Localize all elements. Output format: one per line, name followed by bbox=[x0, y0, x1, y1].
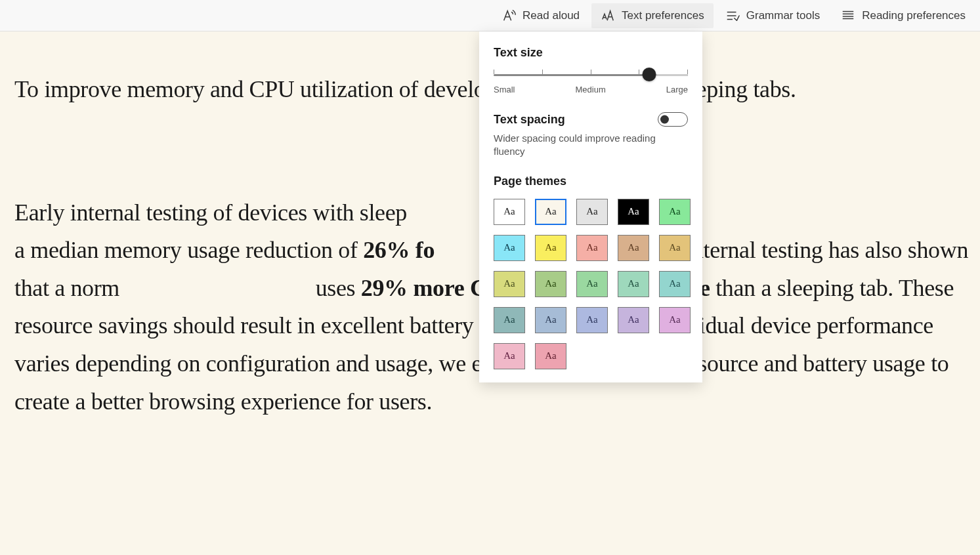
text-spacing-heading: Text spacing bbox=[494, 113, 565, 127]
reader-toolbar: Read aloud Text preferences Grammar tool… bbox=[0, 0, 980, 31]
theme-swatch[interactable]: Aa bbox=[618, 271, 649, 297]
theme-swatch[interactable]: Aa bbox=[659, 235, 691, 261]
text-spacing-description: Wider spacing could improve reading flue… bbox=[494, 132, 688, 159]
theme-swatch[interactable]: Aa bbox=[576, 271, 608, 297]
text-preferences-button[interactable]: Text preferences bbox=[591, 3, 714, 28]
text-preferences-panel: Text size Small Medium Large Text spacin… bbox=[479, 31, 702, 382]
theme-swatch[interactable]: Aa bbox=[535, 343, 566, 369]
read-aloud-button[interactable]: Read aloud bbox=[492, 3, 589, 28]
theme-swatch[interactable]: Aa bbox=[576, 235, 608, 261]
slider-label-medium: Medium bbox=[576, 85, 606, 94]
theme-swatch[interactable]: Aa bbox=[535, 235, 566, 261]
grammar-tools-label: Grammar tools bbox=[746, 9, 820, 22]
text-size-heading: Text size bbox=[494, 46, 688, 60]
slider-track bbox=[494, 74, 688, 76]
theme-swatch[interactable]: Aa bbox=[494, 307, 525, 333]
text-spacing-toggle[interactable] bbox=[658, 112, 688, 127]
theme-swatch[interactable]: Aa bbox=[576, 307, 608, 333]
theme-swatch[interactable]: Aa bbox=[618, 235, 649, 261]
theme-swatch[interactable]: Aa bbox=[535, 307, 566, 333]
theme-swatch[interactable]: Aa bbox=[576, 199, 608, 225]
grammar-tools-button[interactable]: Grammar tools bbox=[716, 3, 829, 28]
theme-swatch[interactable]: Aa bbox=[618, 307, 649, 333]
grammar-tools-icon bbox=[725, 9, 740, 23]
theme-swatch[interactable]: Aa bbox=[494, 343, 525, 369]
theme-swatch[interactable]: Aa bbox=[494, 271, 525, 297]
reading-preferences-icon bbox=[841, 9, 855, 23]
theme-swatch[interactable]: Aa bbox=[618, 199, 649, 225]
slider-label-small: Small bbox=[494, 85, 515, 94]
read-aloud-label: Read aloud bbox=[522, 9, 580, 22]
reading-preferences-button[interactable]: Reading preferences bbox=[832, 3, 975, 28]
page-themes-grid: AaAaAaAaAaAaAaAaAaAaAaAaAaAaAaAaAaAaAaAa… bbox=[494, 199, 688, 369]
text-preferences-icon bbox=[601, 9, 615, 23]
page-themes-heading: Page themes bbox=[494, 175, 688, 188]
text-size-slider[interactable]: Small Medium Large bbox=[494, 70, 688, 100]
read-aloud-icon bbox=[501, 9, 516, 23]
theme-swatch[interactable]: Aa bbox=[659, 307, 691, 333]
theme-swatch[interactable]: Aa bbox=[535, 199, 566, 225]
reading-preferences-label: Reading preferences bbox=[862, 9, 966, 22]
theme-swatch[interactable]: Aa bbox=[659, 199, 691, 225]
slider-thumb[interactable] bbox=[642, 68, 656, 81]
theme-swatch[interactable]: Aa bbox=[659, 271, 691, 297]
theme-swatch[interactable]: Aa bbox=[494, 235, 525, 261]
slider-label-large: Large bbox=[666, 85, 688, 94]
text-preferences-label: Text preferences bbox=[622, 9, 704, 22]
theme-swatch[interactable]: Aa bbox=[535, 271, 566, 297]
theme-swatch[interactable]: Aa bbox=[494, 199, 525, 225]
